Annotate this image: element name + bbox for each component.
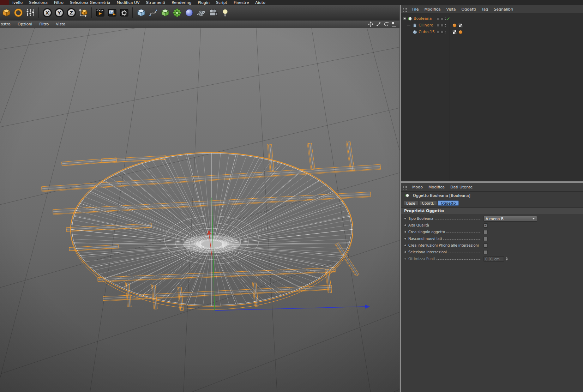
menu-aiuto[interactable]: Aiuto (252, 0, 269, 5)
tree-branch-line (407, 22, 411, 29)
y-axis-lock-button[interactable]: Y (55, 8, 64, 17)
add-camera-button[interactable] (208, 6, 219, 19)
attribute-manager-menu-items: ModoModificaDati Utente (409, 183, 475, 191)
viewport-menu-filtro[interactable]: Filtro (36, 22, 52, 27)
render-settings-button[interactable] (119, 6, 130, 19)
visibility-box[interactable] (440, 24, 444, 27)
number-value: 0.01 cm (485, 257, 500, 261)
zoom-view-icon[interactable] (376, 22, 381, 27)
property-crea-singolo-oggetto: Crea singolo oggetto (401, 229, 583, 235)
viewport-menu-vista[interactable]: Vista (52, 22, 69, 27)
x-axis-lock-button[interactable]: X (43, 8, 52, 17)
viewport-menu-ostra[interactable]: ostra (0, 22, 14, 27)
layer-box[interactable] (437, 17, 440, 20)
attribute-manager-menu-dati-utente[interactable]: Dati Utente (447, 185, 475, 190)
viewport-canvas[interactable] (0, 28, 399, 392)
attribute-manager-menu-modo[interactable]: Modo (409, 185, 426, 190)
checkbox-nascondi-nuovi-lati[interactable] (483, 237, 488, 241)
object-row-cubo-15[interactable]: Cubo.15 (401, 29, 583, 35)
texture-tag-icon[interactable] (458, 23, 463, 28)
object-row-cilindro[interactable]: Cilindro (401, 22, 583, 29)
phong-tag-icon[interactable] (458, 30, 463, 34)
viewport-menu-opzioni[interactable]: Opzioni (14, 22, 36, 27)
visibility-dots-icon[interactable] (445, 30, 446, 34)
add-generator-button[interactable] (160, 6, 171, 19)
phong-tag-icon[interactable] (452, 23, 457, 28)
keyframe-dot-icon[interactable] (404, 217, 407, 220)
vertical-splitter[interactable] (399, 5, 401, 392)
add-scene-object-button[interactable] (184, 6, 195, 19)
add-deformer-button[interactable] (172, 6, 183, 19)
checkbox-crea-singolo-oggetto[interactable] (483, 230, 488, 234)
tool-sliders-button[interactable] (25, 6, 36, 19)
visibility-box[interactable] (440, 17, 444, 20)
rotate-view-icon[interactable] (384, 22, 389, 27)
object-manager-menu-vista[interactable]: Vista (443, 7, 458, 12)
tab-coord[interactable]: Coord. (419, 200, 437, 206)
dropdown-tipo-booleana[interactable]: A meno B (483, 216, 537, 222)
object-manager-menu-items: FileModificaVistaOggettiTagSegnalibri (409, 5, 516, 13)
attribute-manager-menu-modifica[interactable]: Modifica (426, 185, 447, 190)
menu-rendering[interactable]: Rendering (168, 0, 194, 5)
object-manager-menu-modifica[interactable]: Modifica (421, 7, 443, 12)
checkbox-alta-qualit[interactable]: ✓ (483, 223, 488, 228)
rotate-tool-button[interactable] (13, 6, 24, 19)
attribute-manager-menu-bar: ModoModificaDati Utente (401, 183, 583, 192)
keyframe-dot-icon[interactable] (404, 224, 407, 227)
property-tipo-booleana: Tipo BooleanaA meno B (401, 215, 583, 222)
z-axis-lock-button[interactable]: Z (67, 8, 76, 17)
menu-strumenti[interactable]: Strumenti (143, 0, 169, 5)
viewport-menu-items: ostraOpzioniFiltroVista (0, 20, 69, 28)
input-ottimizza-punti[interactable]: 0.01 cm (483, 256, 504, 261)
panel-drag-handle-icon[interactable] (403, 7, 407, 12)
layer-box[interactable] (437, 31, 440, 34)
object-manager-menu-bar: FileModificaVistaOggettiTagSegnalibri (401, 5, 583, 14)
tab-base[interactable]: Base (403, 200, 418, 206)
menu-seleziona[interactable]: Seleziona (26, 0, 51, 5)
pan-view-icon[interactable] (368, 22, 373, 27)
add-floor-button[interactable] (196, 6, 207, 19)
object-manager-menu-file[interactable]: File (409, 7, 421, 12)
add-light-button[interactable] (220, 6, 231, 19)
visibility-dots-icon[interactable] (445, 17, 446, 20)
panel-drag-handle-icon[interactable] (403, 185, 407, 189)
property-label: Nascondi nuovi lati (408, 237, 442, 241)
object-manager-menu-oggetti[interactable]: Oggetti (459, 7, 479, 12)
menu-modifica-uv[interactable]: Modifica UV (114, 0, 143, 5)
keyframe-dot-icon[interactable] (404, 258, 407, 260)
menu-seleziona-geometria[interactable]: Seleziona Geometria (67, 0, 113, 5)
menu-ivello[interactable]: ivello (9, 0, 26, 5)
menu-plugin[interactable]: Plugin (194, 0, 213, 5)
enable-slot (446, 22, 450, 29)
render-view-button[interactable] (95, 6, 106, 19)
object-row-booleana[interactable]: Booleana✓ (401, 15, 583, 22)
keyframe-dot-icon[interactable] (404, 244, 407, 247)
object-row-controls: ✓ (437, 15, 450, 22)
stepper-control[interactable] (505, 256, 509, 261)
object-manager-menu-tag[interactable]: Tag (479, 7, 491, 12)
keyframe-dot-icon[interactable] (404, 237, 407, 240)
object-manager-menu-segnalibri[interactable]: Segnalibri (491, 7, 516, 12)
menu-finestre[interactable]: Finestre (230, 0, 252, 5)
toggle-view-icon[interactable] (391, 22, 397, 27)
scale-tool-button[interactable] (1, 6, 12, 19)
checkbox-crea-interruzioni-phong-alle-intersezioni[interactable] (483, 243, 488, 248)
property-control (483, 230, 488, 234)
render-picture-viewer-button[interactable] (107, 6, 118, 19)
enabled-check-icon[interactable]: ✓ (446, 17, 450, 21)
keyframe-dot-icon[interactable] (404, 231, 407, 233)
keyframe-dot-icon[interactable] (404, 251, 407, 253)
menu-filtro[interactable]: Filtro (51, 0, 67, 5)
add-primitive-cube-button[interactable] (136, 6, 147, 19)
expander-icon[interactable] (403, 17, 406, 20)
checkbox-seleziona-intersezioni[interactable] (483, 250, 488, 254)
add-spline-button[interactable] (148, 6, 159, 19)
texture-tag-icon[interactable] (452, 30, 457, 34)
visibility-dots-icon[interactable] (445, 24, 446, 27)
menu-script[interactable]: Script (213, 0, 230, 5)
viewport-3d[interactable] (0, 28, 399, 392)
visibility-box[interactable] (440, 31, 444, 34)
layer-box[interactable] (437, 24, 440, 27)
tab-oggetto[interactable]: Oggetto (438, 200, 459, 206)
coordinate-system-button[interactable] (78, 6, 89, 19)
